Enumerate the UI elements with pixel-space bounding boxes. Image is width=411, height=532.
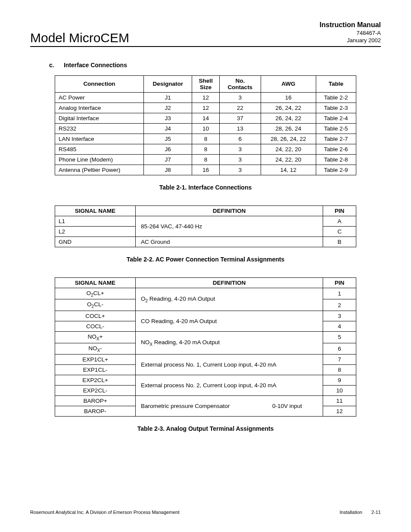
table-cell: 22 xyxy=(219,103,261,113)
table-cell: NOX+ xyxy=(55,331,136,343)
table-row: NOX+ NOX Reading, 4-20 mA Output 5 xyxy=(55,331,356,343)
table-cell: 24, 22, 20 xyxy=(261,144,316,154)
footer-page: 2-11 xyxy=(371,510,381,515)
table-row: L1 85-264 VAC, 47-440 Hz A xyxy=(55,216,356,226)
footer-left: Rosemount Analytical Inc. A Division of … xyxy=(30,510,180,515)
table-cell: J7 xyxy=(144,154,192,165)
page-footer: Rosemount Analytical Inc. A Division of … xyxy=(30,510,381,515)
table-cell: J1 xyxy=(144,92,192,103)
table-cell: EXP2CL- xyxy=(55,386,136,396)
manual-label: Instruction Manual xyxy=(320,21,381,30)
table-cell: LAN Interface xyxy=(55,134,144,144)
table2-header: PIN xyxy=(323,205,356,216)
table-cell: 85-264 VAC, 47-440 Hz xyxy=(136,216,323,236)
table-cell: Table 2-8 xyxy=(316,154,356,165)
table-cell: 9 xyxy=(323,375,356,386)
section-title: Interface Connections xyxy=(64,62,127,68)
table-cell: 14 xyxy=(192,113,219,123)
footer-right: Installation 2-11 xyxy=(332,510,381,515)
table2-caption: Table 2-2. AC Power Connection Terminal … xyxy=(30,256,381,263)
table-cell: CO Reading, 4-20 mA Output xyxy=(136,311,323,331)
table-cell: 3 xyxy=(219,92,261,103)
table-cell: 12 xyxy=(192,92,219,103)
doc-number: 748467-A xyxy=(320,30,381,37)
table-cell: 3 xyxy=(219,154,261,165)
table-cell: J4 xyxy=(144,123,192,134)
table1-header: Connection xyxy=(55,75,144,92)
footer-section: Installation xyxy=(339,510,362,515)
table-cell: Barometric pressure Compensator0-10V inp… xyxy=(136,396,323,417)
table2-header: DEFINITION xyxy=(136,205,323,216)
table3-header: DEFINITION xyxy=(136,277,323,288)
table-cell: External process No. 1, Current Loop inp… xyxy=(136,355,323,375)
table-cell: 5 xyxy=(323,331,356,343)
table-cell: 14, 12 xyxy=(261,165,316,175)
table-cell: 12 xyxy=(192,103,219,113)
table-cell: O2 Reading, 4-20 mA Output xyxy=(136,288,323,311)
table1-header: AWG xyxy=(261,75,316,92)
table-cell: RS485 xyxy=(55,144,144,154)
table-row: RS232J4101328, 26, 24Table 2-5 xyxy=(55,123,356,134)
doc-date: January 2002 xyxy=(320,37,381,44)
table-cell: 13 xyxy=(219,123,261,134)
table-cell: Digital Interface xyxy=(55,113,144,123)
table-cell: AC Ground xyxy=(136,236,323,247)
table-row: LAN InterfaceJ58628, 26, 24, 22Table 2-7 xyxy=(55,134,356,144)
table-cell: J3 xyxy=(144,113,192,123)
table-cell: COCL+ xyxy=(55,311,136,321)
table-cell: J6 xyxy=(144,144,192,154)
table-cell: 6 xyxy=(323,343,356,355)
table-row: RS485J68324, 22, 20Table 2-6 xyxy=(55,144,356,154)
table2-header: SIGNAL NAME xyxy=(55,205,136,216)
table-cell: Table 2-4 xyxy=(316,113,356,123)
table-cell: 3 xyxy=(219,165,261,175)
table-cell: BAROP+ xyxy=(55,396,136,406)
table-cell: C xyxy=(323,226,356,236)
table-cell: BAROP- xyxy=(55,406,136,417)
table-cell: Table 2-2 xyxy=(316,92,356,103)
table-cell: RS232 xyxy=(55,123,144,134)
table-cell: 16 xyxy=(192,165,219,175)
table-cell: EXP1CL- xyxy=(55,365,136,375)
table3-header: PIN xyxy=(323,277,356,288)
table-cell: Analog Interface xyxy=(55,103,144,113)
model-title: Model MicroCEM xyxy=(30,31,129,44)
table1-header: Table xyxy=(316,75,356,92)
table-cell: L1 xyxy=(55,216,136,226)
table-row: Digital InterfaceJ3143726, 24, 22Table 2… xyxy=(55,113,356,123)
table1-header: Designator xyxy=(144,75,192,92)
table-cell: 8 xyxy=(192,144,219,154)
section-letter: c. xyxy=(49,62,62,68)
table-cell: 3 xyxy=(219,144,261,154)
ac-power-table: SIGNAL NAMEDEFINITIONPIN L1 85-264 VAC, … xyxy=(55,205,356,247)
doc-info: Instruction Manual 748467-A January 2002 xyxy=(320,21,381,44)
table-row: Antenna (Peltier Power)J816314, 12Table … xyxy=(55,165,356,175)
analog-output-table: SIGNAL NAMEDEFINITIONPIN O2CL+ O2 Readin… xyxy=(55,277,356,417)
table-cell: B xyxy=(323,236,356,247)
table-cell: COCL- xyxy=(55,321,136,331)
table-cell: 12 xyxy=(323,406,356,417)
table-row: GND AC Ground B xyxy=(55,236,356,247)
table-row: AC PowerJ112316Table 2-2 xyxy=(55,92,356,103)
section-heading: c. Interface Connections xyxy=(49,62,381,68)
table-cell: GND xyxy=(55,236,136,247)
table-row: BAROP+ Barometric pressure Compensator0-… xyxy=(55,396,356,406)
table-cell: Antenna (Peltier Power) xyxy=(55,165,144,175)
table-cell: Table 2-3 xyxy=(316,103,356,113)
table-cell: 8 xyxy=(323,365,356,375)
table1-caption: Table 2-1. Interface Connections xyxy=(30,184,381,191)
table-cell: NOX- xyxy=(55,343,136,355)
table3-caption: Table 2-3. Analog Output Terminal Assign… xyxy=(30,425,381,432)
table-cell: AC Power xyxy=(55,92,144,103)
table-cell: EXP2CL+ xyxy=(55,375,136,386)
table-cell: 24, 22, 20 xyxy=(261,154,316,165)
table1-header: No.Contacts xyxy=(219,75,261,92)
table-cell: A xyxy=(323,216,356,226)
table-cell: Table 2-7 xyxy=(316,134,356,144)
page: Model MicroCEM Instruction Manual 748467… xyxy=(0,0,411,532)
table-cell: 10 xyxy=(323,386,356,396)
table1-header: ShellSize xyxy=(192,75,219,92)
table-cell: J8 xyxy=(144,165,192,175)
table-cell: NOX Reading, 4-20 mA Output xyxy=(136,331,323,354)
table-cell: 1 xyxy=(323,288,356,299)
